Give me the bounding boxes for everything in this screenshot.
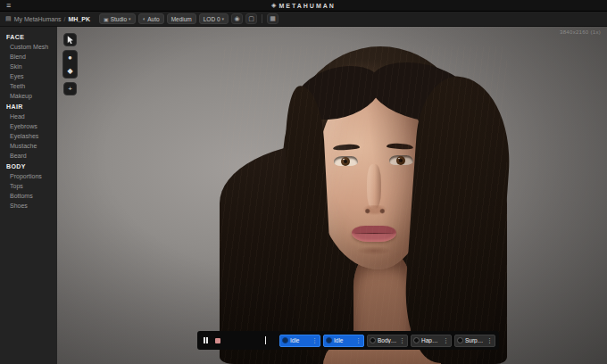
animation-icon — [457, 337, 463, 343]
animation-slot-label: Idle — [334, 337, 353, 343]
breadcrumb-root-link[interactable]: My MetaHumans — [14, 16, 62, 22]
sidebar-section-hair: HAIR Head Eyebrows Eyelashes Mustache Be… — [0, 101, 57, 161]
nose — [367, 164, 381, 209]
app-logo: ◈ METAHUMAN — [271, 2, 336, 9]
kebab-menu-icon[interactable]: ⋮ — [443, 337, 449, 343]
sidebar-item-eyelashes[interactable]: Eyelashes — [0, 131, 57, 141]
breadcrumb-separator: / — [64, 16, 66, 22]
metahuman-portrait — [57, 27, 607, 364]
app-title: METAHUMAN — [279, 3, 336, 9]
auto-quality-button[interactable]: ◐ Auto — [138, 13, 164, 24]
animation-slot[interactable]: Body ROM ⋮ — [367, 335, 408, 347]
camera-button[interactable]: ◉ — [231, 13, 243, 24]
animation-icon — [413, 337, 420, 343]
animation-slot[interactable]: Happy A ⋮ — [411, 335, 452, 347]
chin-shadow — [356, 246, 392, 255]
sidebar-item-eyebrows[interactable]: Eyebrows — [0, 121, 57, 131]
section-title-hair: HAIR — [0, 101, 57, 112]
nostrils — [363, 205, 387, 215]
hamburger-menu-icon[interactable]: ≡ — [6, 2, 11, 10]
timeline-scrubber[interactable] — [225, 335, 277, 346]
metahuman-app: ≡ ◈ METAHUMAN ▤ My MetaHumans / MH_PK ▣ … — [0, 0, 607, 364]
sidebar-item-head[interactable]: Head — [0, 112, 57, 121]
cursor-icon — [67, 36, 74, 45]
sidebar-item-bottoms[interactable]: Bottoms — [0, 191, 57, 201]
kebab-menu-icon[interactable]: ⋮ — [312, 337, 318, 343]
sidebar-section-face: FACE Custom Mesh Blend Skin Eyes Teeth M… — [0, 31, 57, 101]
iris — [396, 156, 405, 165]
blend-icon: ◆ — [67, 67, 72, 75]
sidebar-item-proportions[interactable]: Proportions — [0, 171, 57, 181]
header-bar: ▤ My MetaHumans / MH_PK ▣ Studio ▾ ◐ Aut… — [0, 12, 607, 27]
chevron-down-icon: ▾ — [222, 16, 225, 21]
sculpt-icon: ● — [68, 54, 72, 62]
animation-icon — [282, 337, 288, 343]
animation-icon — [370, 337, 376, 343]
right-eye — [389, 155, 413, 165]
sidebar-item-skin[interactable]: Skin — [0, 62, 57, 71]
quality-button[interactable]: Medium — [167, 13, 196, 24]
playhead[interactable] — [265, 336, 266, 344]
iris — [341, 157, 350, 166]
viewport-toolbar: ▣ Studio ▾ ◐ Auto Medium LOD 0 ▾ ◉ ▢ ▦ — [99, 13, 279, 24]
studio-environment-button[interactable]: ▣ Studio ▾ — [99, 13, 136, 24]
top-bar: ≡ ◈ METAHUMAN — [0, 0, 607, 12]
viewport-3d[interactable]: 3840x2160 (1x) ● ◆ + Idle — [57, 27, 607, 364]
sidebar-item-beard[interactable]: Beard — [0, 151, 57, 161]
pupil — [399, 159, 403, 162]
sidebar: FACE Custom Mesh Blend Skin Eyes Teeth M… — [0, 27, 57, 364]
animation-slot[interactable]: Surprise ⋮ — [454, 335, 495, 347]
lod-button[interactable]: LOD 0 ▾ — [199, 13, 229, 24]
studio-icon: ▣ — [104, 16, 109, 22]
animation-slot[interactable]: Idle ⋮ — [323, 335, 364, 347]
pause-icon — [204, 337, 205, 343]
lips — [352, 226, 396, 242]
animation-slot-label: Idle — [290, 337, 310, 343]
tool-palette: ● ◆ + — [62, 33, 78, 95]
breadcrumb: ▤ My MetaHumans / MH_PK — [5, 15, 90, 22]
expand-button[interactable]: ▢ — [245, 13, 257, 24]
studio-label: Studio — [111, 16, 127, 22]
animation-slot-label: Happy A — [421, 337, 441, 343]
sidebar-item-shoes[interactable]: Shoes — [0, 201, 57, 211]
sidebar-section-body: BODY Proportions Tops Bottoms Shoes — [0, 161, 57, 211]
pause-icon — [206, 337, 208, 343]
camera-icon: ◉ — [235, 15, 240, 22]
sidebar-item-makeup[interactable]: Makeup — [0, 91, 57, 101]
sidebar-item-blend[interactable]: Blend — [0, 52, 57, 62]
plus-icon: + — [68, 85, 72, 93]
lod-label: LOD 0 — [204, 16, 220, 22]
eye-highlight — [343, 159, 345, 161]
stop-button[interactable] — [213, 335, 223, 346]
left-eye — [334, 156, 358, 166]
pause-button[interactable] — [201, 335, 211, 346]
select-tool-button[interactable] — [63, 33, 77, 46]
sidebar-item-tops[interactable]: Tops — [0, 181, 57, 191]
sidebar-item-eyes[interactable]: Eyes — [0, 71, 57, 81]
main-row: FACE Custom Mesh Blend Skin Eyes Teeth M… — [0, 27, 607, 364]
sidebar-item-teeth[interactable]: Teeth — [0, 81, 57, 91]
blend-tool-button[interactable]: ◆ — [63, 64, 77, 78]
animation-bar: Idle ⋮ Idle ⋮ Body ROM ⋮ Happy A ⋮ — [197, 331, 499, 350]
sculpt-tool-button[interactable]: ● — [63, 51, 77, 64]
projects-icon[interactable]: ▤ — [5, 15, 12, 22]
sidebar-item-mustache[interactable]: Mustache — [0, 141, 57, 151]
pupil — [344, 160, 347, 163]
animation-slot-label: Body ROM — [378, 337, 397, 343]
kebab-menu-icon[interactable]: ⋮ — [486, 337, 493, 343]
animation-slot[interactable]: Idle ⋮ — [279, 335, 320, 347]
left-eyebrow — [333, 144, 360, 151]
grid-button[interactable]: ▦ — [267, 13, 279, 24]
eye-highlight — [398, 158, 400, 160]
right-eyebrow — [387, 143, 413, 150]
sidebar-item-custom-mesh[interactable]: Custom Mesh — [0, 42, 57, 52]
metahuman-logo-icon: ◈ — [271, 2, 276, 9]
animation-icon — [326, 337, 332, 343]
kebab-menu-icon[interactable]: ⋮ — [355, 337, 362, 343]
section-title-face: FACE — [0, 31, 57, 42]
quality-label: Medium — [171, 16, 192, 22]
add-tool-button[interactable]: + — [63, 82, 77, 95]
kebab-menu-icon[interactable]: ⋮ — [399, 337, 405, 343]
stop-icon — [215, 338, 220, 343]
expand-icon: ▢ — [248, 15, 254, 22]
